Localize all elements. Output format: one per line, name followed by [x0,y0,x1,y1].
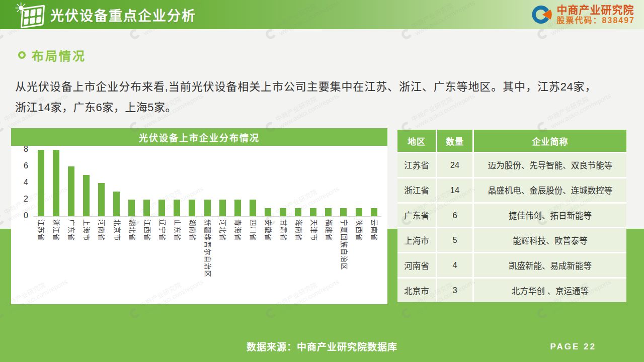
bar-chart-panel: 光伏设备上市企业分布情况 02468 江苏省浙江省广东省上海市河南省北京市湖北省… [11,128,387,304]
x-axis-label: 海南省 [295,219,302,278]
x-axis-label: 河南省 [98,219,105,278]
x-axis-label: 宁夏回族自治区 [340,219,347,278]
bar-甘肃省 [280,208,286,217]
table-cell-companies: 迈为股份、先导智能、双良节能等 [474,153,626,177]
chart-title: 光伏设备上市企业分布情况 [11,128,387,146]
x-axis-label: 甘肃省 [280,219,287,278]
table-cell-count: 4 [437,253,472,277]
x-axis-labels: 江苏省浙江省广东省上海市河南省北京市湖北省江西省辽宁省山东省湖南省新疆维吾尔自治… [33,219,381,278]
x-axis-label: 北京市 [113,219,120,278]
table-cell-region: 浙江省 [397,178,436,202]
y-axis-tick: 6 [11,161,28,170]
bar-湖北省 [128,200,135,216]
table-cell-companies: 凯盛新能、易成新能等 [474,253,626,277]
table-cell-count: 3 [437,279,472,302]
x-axis-label: 浙江省 [52,219,59,278]
solar-panel-icon [21,5,45,28]
table-cell-count: 24 [437,153,472,177]
x-axis-label: 辽宁省 [158,219,166,278]
table-cell-companies: 能辉科技、欧普泰等 [474,228,626,252]
region-company-table: 地区数量企业简称江苏省24迈为股份、先导智能、双良节能等浙江省14晶盛机电、金辰… [397,130,626,302]
body-paragraph: 从光伏设备上市企业分布来看,当前光伏设备相关上市公司主要集中在江苏、浙江、广东等… [15,76,596,118]
sun-and-solar-panel-icon: ☀ [10,1,46,29]
table-cell-region: 上海市 [397,228,436,252]
x-axis-label: 湖南省 [189,219,196,278]
x-axis-line [33,216,381,217]
bar-广东省 [68,166,74,216]
x-axis-label: 安徽省 [264,219,271,278]
x-axis-label: 青海省 [234,219,241,278]
bar-云南省 [371,208,377,217]
logo-stock-code: 股票代码：838497 [557,16,635,25]
bar-宁夏回族自治区 [340,208,347,217]
bar-新疆维吾尔自治区 [204,200,211,216]
x-axis-label: 湖北省 [128,219,135,278]
section-title: 布局情况 [32,46,86,64]
table-cell-companies: 捷佳伟创、拓日新能等 [474,204,626,227]
table-cell-count: 5 [437,228,472,252]
bar-河北省 [219,200,226,216]
page-header: ☀ 光伏设备重点企业分析 中商产业研究院 股票代码：838497 [0,0,644,29]
bar-江西省 [143,200,150,216]
x-axis-label: 天津市 [310,219,317,278]
bar-青海省 [234,200,241,216]
x-axis-label: 四川省 [249,219,256,278]
bar-上海市 [83,175,90,217]
x-axis-label: 江苏省 [37,219,44,278]
y-axis-tick: 8 [11,145,28,154]
bar-浙江省 [53,150,59,216]
bar-安徽省 [265,208,271,217]
table-cell-region: 河南省 [397,253,436,277]
table-header-cell: 数量 [437,130,472,152]
data-source-text: 数据来源：中商产业研究院数据库 [0,339,644,353]
x-axis-label: 福建省 [325,219,332,278]
x-axis-label: 新疆维吾尔自治区 [204,219,211,278]
table-cell-companies: 晶盛机电、金辰股份、连城数控等 [474,178,626,202]
x-axis-label: 陕西省 [355,219,362,278]
table-cell-companies: 北方华创 、京运通等 [474,279,626,302]
y-axis-tick: 0 [11,211,28,220]
logo-company-name: 中商产业研究院 [557,4,635,16]
bar-天津市 [310,208,316,217]
bar-福建省 [325,208,332,217]
y-axis-tick: 4 [11,178,28,187]
x-axis-label: 江西省 [143,219,150,278]
y-axis-tick: 2 [11,195,28,204]
x-axis-label: 河北省 [219,219,226,278]
page-title: 光伏设备重点企业分析 [50,5,196,25]
bars-row [33,150,381,216]
section-header: 布局情况 [18,46,86,64]
bar-江苏省 [38,150,44,216]
bar-山东省 [174,200,180,216]
bar-辽宁省 [158,200,165,216]
table-cell-region: 广东省 [397,204,436,227]
x-axis-label: 山东省 [174,219,181,278]
x-axis-label: 上海市 [83,219,90,278]
table-header-cell: 地区 [397,130,436,152]
chart-plot-area: 02468 江苏省浙江省广东省上海市河南省北京市湖北省江西省辽宁省山东省湖南省新… [11,146,387,304]
page-number: PAGE 22 [550,342,596,352]
bar-陕西省 [356,208,362,217]
table-cell-count: 14 [437,178,472,202]
company-logo: 中商产业研究院 股票代码：838497 [530,4,635,26]
logo-mark-icon [530,4,552,26]
table-cell-region: 北京市 [397,279,436,302]
bar-河南省 [98,183,105,216]
x-axis-label: 云南省 [370,219,377,278]
bar-北京市 [113,192,120,217]
bar-海南省 [295,208,301,217]
table-header-cell: 企业简称 [474,130,626,152]
ring-bullet-icon [18,51,26,59]
table-cell-count: 6 [437,204,472,227]
table-cell-region: 江苏省 [397,153,436,177]
x-axis-label: 广东省 [67,219,74,278]
bar-四川省 [250,200,256,216]
bar-湖南省 [189,200,195,216]
